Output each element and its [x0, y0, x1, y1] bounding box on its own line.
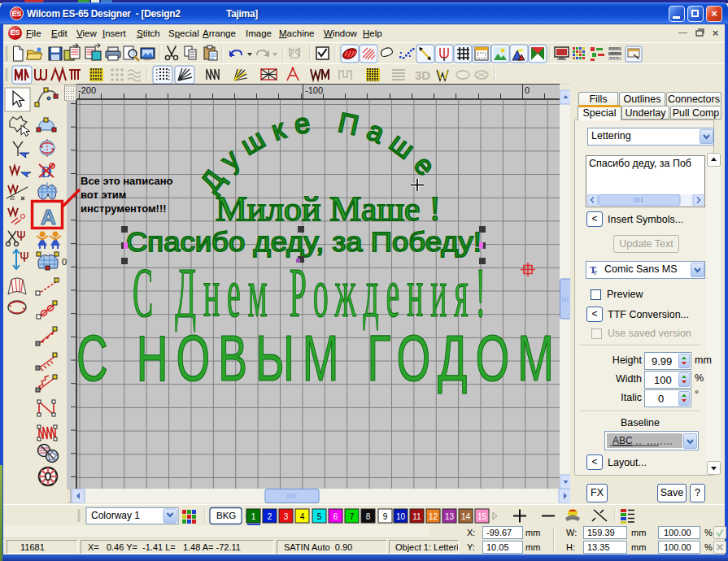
svg-text:Милой Маше !: Милой Маше !	[216, 190, 441, 228]
svg-text:12: 12	[429, 512, 438, 521]
svg-text:15: 15	[477, 512, 487, 521]
svg-text:2: 2	[268, 512, 272, 521]
svg-text:11: 11	[412, 512, 421, 521]
svg-text:ABC: ABC	[612, 435, 633, 446]
svg-text:10: 10	[396, 512, 406, 521]
svg-text:Душке Паше: Душке Паше	[194, 106, 447, 198]
svg-text:5: 5	[317, 512, 322, 521]
svg-text:С Днем Рождения!: С Днем Рождения!	[133, 254, 493, 332]
svg-text:13: 13	[445, 512, 455, 521]
svg-text:3D: 3D	[415, 68, 430, 82]
svg-text:7: 7	[350, 512, 355, 521]
svg-text:Colorway 1: Colorway 1	[91, 510, 140, 521]
svg-text:A: A	[41, 205, 56, 229]
svg-text:3: 3	[284, 512, 289, 521]
svg-text:1: 1	[251, 512, 256, 521]
svg-text:6: 6	[333, 512, 338, 521]
svg-text:14: 14	[461, 512, 471, 521]
svg-text:4: 4	[300, 512, 305, 521]
svg-text:8: 8	[366, 512, 371, 521]
svg-text:BKG: BKG	[216, 511, 236, 520]
svg-text:9: 9	[383, 512, 388, 521]
svg-text:С НОВЫМ ГОДОМ: С НОВЫМ ГОДОМ	[77, 322, 560, 394]
svg-text:r: r	[594, 267, 598, 276]
